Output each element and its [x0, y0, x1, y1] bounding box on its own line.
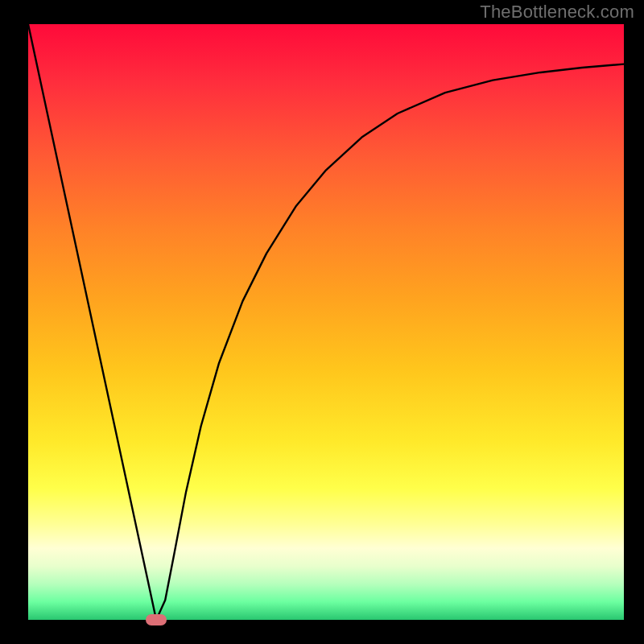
valley-marker: [146, 614, 167, 625]
chart-frame: TheBottleneck.com: [0, 0, 644, 644]
bottleneck-curve: [0, 0, 644, 644]
